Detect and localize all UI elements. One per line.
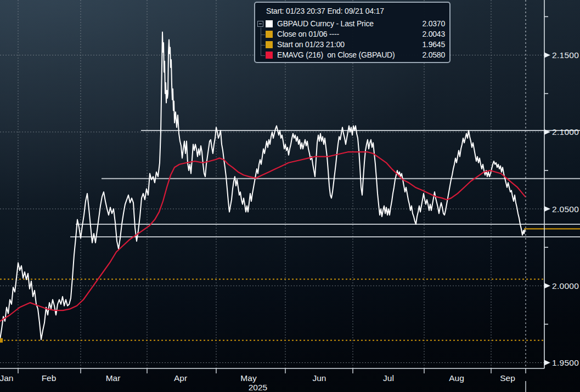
axis-tick-arrow-icon bbox=[544, 283, 550, 288]
legend-series-value: 2.0370 bbox=[422, 19, 445, 28]
legend-row: Close on 01/06 ----2.0043 bbox=[255, 30, 449, 40]
x-axis-month-label: Jan bbox=[0, 373, 14, 383]
y-axis-label: 2.0000 bbox=[552, 281, 579, 291]
legend-series-swatch bbox=[266, 20, 273, 27]
x-axis-year-label: 2025 bbox=[249, 383, 267, 392]
legend-row: GBPAUD Curncy - Last Price2.0370 bbox=[255, 19, 449, 30]
legend-series-label: GBPAUD Curncy - Last Price bbox=[277, 19, 374, 28]
legend-series-swatch bbox=[266, 41, 273, 48]
y-axis-label: 2.1000 bbox=[552, 127, 579, 137]
y-axis-label: 1.9500 bbox=[552, 358, 579, 367]
tree-collapse-icon[interactable] bbox=[257, 21, 263, 27]
x-axis-month-label: May bbox=[240, 373, 257, 383]
axis-tick-arrow-icon bbox=[544, 53, 550, 58]
x-axis-month-label: Feb bbox=[42, 373, 57, 383]
x-axis-month-label: Jul bbox=[383, 373, 394, 383]
legend-series-label: EMAVG (216) on Close (GBPAUD) bbox=[277, 50, 395, 59]
legend-series-value: 2.0043 bbox=[422, 30, 445, 38]
legend-tree-stub bbox=[261, 35, 265, 35]
legend-series-swatch bbox=[266, 31, 273, 38]
start-price-marker bbox=[0, 338, 3, 343]
x-axis-month-label: Mar bbox=[106, 373, 121, 383]
legend-series-label: Start on 01/23 21:00 bbox=[277, 40, 345, 49]
y-axis-label: 2.1500 bbox=[552, 50, 579, 60]
legend-row: Start on 01/23 21:001.9645 bbox=[255, 40, 449, 50]
legend-tree-stub bbox=[261, 55, 265, 56]
legend-panel: Start: 01/23 20:37 End: 09/21 04:17 GBPA… bbox=[254, 2, 451, 63]
x-axis-month-label: Jun bbox=[313, 373, 326, 383]
legend-row: EMAVG (216) on Close (GBPAUD)2.0580 bbox=[255, 50, 449, 61]
legend-tree-stub bbox=[261, 45, 265, 46]
legend-series-label: Close on 01/06 ---- bbox=[277, 30, 339, 38]
bloomberg-gbpaud-chart-window: 2.15002.10002.05002.00001.9500JanFebMarA… bbox=[0, 0, 580, 392]
legend-tree-connector bbox=[261, 27, 261, 55]
price-line-series bbox=[0, 32, 525, 339]
axis-tick-arrow-icon bbox=[544, 360, 550, 366]
legend-series-value: 2.0580 bbox=[422, 50, 445, 59]
x-axis-month-label: Sep bbox=[500, 373, 515, 383]
legend-series-swatch bbox=[266, 52, 273, 59]
legend-series-value: 1.9645 bbox=[422, 40, 445, 49]
x-axis-month-label: Aug bbox=[449, 373, 464, 383]
legend-period-text: Start: 01/23 20:37 End: 09/21 04:17 bbox=[266, 7, 384, 15]
x-axis-month-label: Apr bbox=[174, 373, 187, 383]
y-axis-label: 2.0500 bbox=[552, 204, 579, 214]
axis-tick-arrow-icon bbox=[544, 206, 550, 212]
